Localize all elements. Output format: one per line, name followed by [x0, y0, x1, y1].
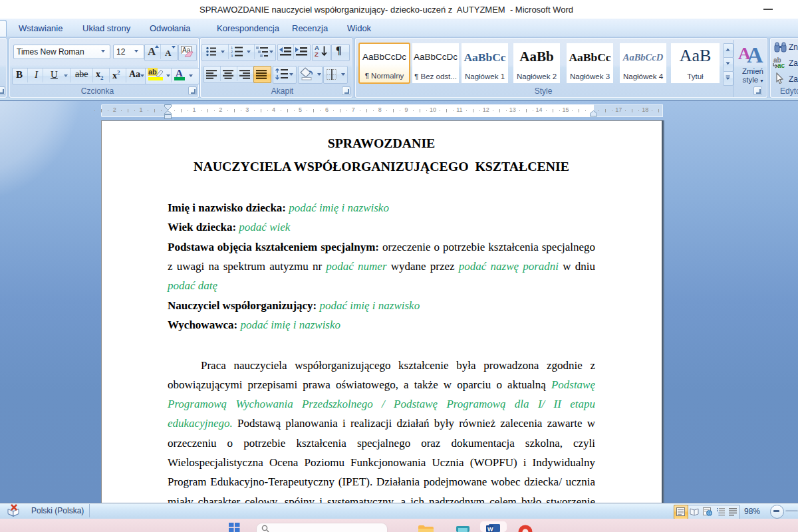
svg-text:3: 3: [231, 54, 233, 57]
svg-text:W: W: [487, 526, 493, 532]
